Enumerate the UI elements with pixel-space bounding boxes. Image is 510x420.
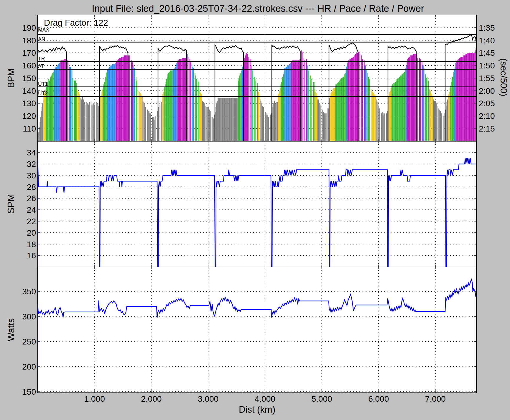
svg-text:18: 18 — [27, 240, 36, 249]
svg-text:1:50: 1:50 — [479, 61, 495, 70]
svg-text:6.000: 6.000 — [368, 394, 389, 403]
svg-text:350: 350 — [22, 287, 36, 296]
svg-text:7.000: 7.000 — [425, 394, 446, 403]
svg-text:110: 110 — [23, 124, 36, 133]
svg-text:22: 22 — [27, 217, 36, 226]
svg-text:1.000: 1.000 — [84, 394, 105, 403]
svg-text:20: 20 — [27, 228, 36, 237]
svg-text:4.000: 4.000 — [255, 394, 275, 403]
svg-text:250: 250 — [22, 337, 36, 346]
svg-text:Input File: sled_2016-03-25T0: Input File: sled_2016-03-25T07-34-22.str… — [92, 3, 424, 14]
svg-text:120: 120 — [22, 111, 36, 121]
svg-text:UT2: UT2 — [38, 91, 48, 96]
svg-text:BPM: BPM — [6, 68, 16, 88]
svg-text:AN: AN — [38, 36, 45, 42]
svg-text:16: 16 — [27, 251, 36, 260]
svg-text:140: 140 — [22, 86, 36, 96]
svg-text:180: 180 — [22, 36, 36, 45]
svg-text:30: 30 — [27, 171, 36, 180]
svg-text:2:00: 2:00 — [479, 86, 495, 96]
svg-text:3.000: 3.000 — [198, 394, 218, 403]
svg-text:UT1: UT1 — [38, 81, 48, 87]
svg-text:Dist (km): Dist (km) — [239, 404, 275, 415]
svg-text:2:05: 2:05 — [479, 99, 495, 108]
svg-text:24: 24 — [27, 205, 36, 214]
svg-text:170: 170 — [22, 48, 36, 58]
svg-text:190: 190 — [22, 23, 36, 32]
svg-text:2:15: 2:15 — [479, 124, 495, 133]
svg-text:2:10: 2:10 — [479, 111, 495, 121]
svg-text:1:40: 1:40 — [479, 36, 495, 45]
svg-text:130: 130 — [22, 99, 36, 108]
svg-text:300: 300 — [22, 312, 36, 321]
svg-text:Watts: Watts — [6, 318, 16, 341]
svg-text:AT: AT — [38, 63, 44, 69]
svg-text:28: 28 — [27, 183, 36, 192]
svg-text:150: 150 — [22, 387, 36, 396]
svg-text:(sec/500): (sec/500) — [499, 58, 509, 96]
svg-text:32: 32 — [27, 160, 36, 169]
svg-text:SPM: SPM — [6, 194, 16, 214]
svg-text:5.000: 5.000 — [311, 394, 332, 403]
svg-text:160: 160 — [22, 61, 36, 70]
svg-text:1:55: 1:55 — [479, 74, 495, 83]
svg-text:1:35: 1:35 — [479, 23, 495, 32]
svg-text:Drag Factor: 122: Drag Factor: 122 — [44, 18, 108, 27]
svg-text:200: 200 — [22, 362, 36, 371]
svg-text:1:45: 1:45 — [479, 48, 495, 58]
svg-text:150: 150 — [22, 74, 36, 83]
svg-text:34: 34 — [27, 148, 36, 157]
svg-text:TR: TR — [38, 56, 45, 62]
svg-text:2.000: 2.000 — [141, 394, 162, 403]
svg-text:26: 26 — [27, 194, 36, 203]
